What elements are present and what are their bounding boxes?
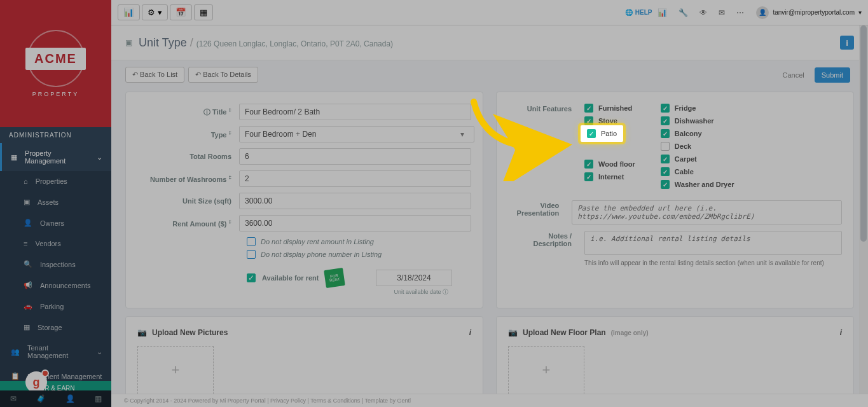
upload-pictures-dropzone[interactable]: + xyxy=(137,346,214,394)
feature-furnished[interactable]: ✓Furnished xyxy=(584,104,635,113)
feature-internet[interactable]: ✓Internet xyxy=(584,172,635,181)
feature-carpet[interactable]: ✓Carpet xyxy=(661,155,734,163)
camera-icon: 📷 xyxy=(137,328,147,337)
nav-label: Property Management xyxy=(25,149,89,165)
content: ↶ Back To List ↶ Back To Details Cancel … xyxy=(111,60,868,407)
feature-wood-floor[interactable]: ✓Wood floor xyxy=(584,160,635,169)
eye-icon[interactable]: 👁 xyxy=(699,8,707,17)
nav-label: Assets xyxy=(38,198,59,206)
wrench-icon[interactable]: 🔧 xyxy=(679,8,688,17)
rooms-input[interactable] xyxy=(239,148,471,165)
available-checkbox[interactable]: ✓ xyxy=(247,273,256,282)
nav-vendors[interactable]: ≡Vendors xyxy=(0,233,111,254)
chevron-down-icon: ▾ xyxy=(858,9,862,16)
notes-input[interactable] xyxy=(584,231,842,255)
highlight-popup: ✓Patio xyxy=(581,125,623,142)
mail-icon[interactable]: ✉ xyxy=(10,394,17,403)
available-date-note: Unit available date ⓘ xyxy=(137,288,448,296)
cancel-button[interactable]: Cancel xyxy=(776,68,811,82)
action-row: ↶ Back To List ↶ Back To Details Cancel … xyxy=(125,67,854,83)
hide-phone-checkbox[interactable] xyxy=(247,250,256,259)
building-icon[interactable]: ▦ xyxy=(95,394,102,403)
size-label: Unit Size (sqft) xyxy=(137,197,239,205)
available-date-input[interactable]: 3/18/2024 xyxy=(376,270,452,286)
user-menu[interactable]: 👤 tanvir@mipropertyportal.com ▾ xyxy=(756,6,862,19)
chevron-down-icon: ⌄ xyxy=(97,348,102,356)
upload-floorplan-panel: 📷Upload New Floor Plan (image only)i + xyxy=(496,316,854,406)
features-panel: Unit Features ✓Furnished ✓Stove ✓Patio ✓… xyxy=(496,92,854,308)
app-badge[interactable]: g xyxy=(25,371,47,393)
scrollbar-thumb[interactable] xyxy=(860,25,867,242)
washrooms-input[interactable] xyxy=(239,170,471,187)
breadcrumb: (126 Queen Longlac, Longlac, Ontario, P0… xyxy=(196,39,393,48)
info-button[interactable]: i xyxy=(840,36,854,50)
page-header: ▣ Unit Type / (126 Queen Longlac, Longla… xyxy=(111,25,868,60)
briefcase-icon[interactable]: 🧳 xyxy=(36,394,46,403)
nav-label: Storage xyxy=(38,324,62,331)
back-to-list-button[interactable]: ↶ Back To List xyxy=(125,67,184,83)
upload-pics-title: Upload New Pictures xyxy=(152,328,228,337)
stats-icon[interactable]: 📊 xyxy=(658,8,667,17)
feature-microwave[interactable]: ✓Patio xyxy=(584,129,635,141)
nav-parking[interactable]: 🚗Parking xyxy=(0,296,111,317)
video-input[interactable] xyxy=(572,200,842,224)
box-icon: ▦ xyxy=(24,323,30,331)
title-label: ⓘ Title ‡ xyxy=(137,107,239,117)
cube-icon: ▣ xyxy=(24,198,30,206)
available-label: Available for rent xyxy=(262,274,319,282)
feature-washer-dryer[interactable]: ✓Washer and Dryer xyxy=(661,180,734,189)
chevron-down-icon: ⌄ xyxy=(97,153,102,162)
notes-hint: This info will appear in the rental list… xyxy=(584,259,842,266)
nav-announcements[interactable]: 📢Announcements xyxy=(0,275,111,296)
list-icon: ▦ xyxy=(11,153,17,162)
nav-label: Announcements xyxy=(40,282,91,289)
upload-floorplan-dropzone[interactable]: + xyxy=(508,346,584,394)
info-icon[interactable]: i xyxy=(469,328,471,337)
hide-rent-checkbox[interactable] xyxy=(247,237,256,246)
calculator-button[interactable]: ▦ xyxy=(194,4,213,20)
users-icon: 👥 xyxy=(11,348,20,356)
nav-property-management[interactable]: ▦Property Management⌄ xyxy=(0,143,111,171)
nav-tenant-management[interactable]: 👥Tenant Management⌄ xyxy=(0,338,111,366)
home-icon: ⌂ xyxy=(24,177,28,185)
list-icon: ≡ xyxy=(24,240,27,247)
rent-input[interactable] xyxy=(239,215,471,231)
nav-storage[interactable]: ▦Storage xyxy=(0,317,111,338)
features-right-list: ✓Fridge ✓Dishwasher ✓Balcony Deck ✓Carpe… xyxy=(661,104,734,189)
topbar: 📊 ⚙ ▾ 📅 ▦ 🌐HELP 📊 🔧 👁 ✉ ⋯ 👤 tanvir@mipro… xyxy=(111,0,868,25)
info-icon[interactable]: i xyxy=(840,328,842,337)
nav-inspections[interactable]: 🔍Inspections xyxy=(0,254,111,275)
rent-label: Rent Amount ($) ‡ xyxy=(137,219,239,228)
upload-floor-note: (image only) xyxy=(611,329,649,336)
feature-deck[interactable]: Deck xyxy=(661,142,734,151)
type-select[interactable]: Four Bedroom + Den xyxy=(239,126,474,142)
dashboard-button[interactable]: 📊 xyxy=(118,4,140,20)
feature-balcony[interactable]: ✓Balcony xyxy=(661,129,734,138)
size-input[interactable] xyxy=(239,193,471,209)
nav-assets[interactable]: ▣Assets xyxy=(0,191,111,212)
feature-dishwasher[interactable]: ✓Dishwasher xyxy=(661,116,734,125)
hide-phone-label: Do not display phone number in Listing xyxy=(261,251,382,258)
back-to-details-button[interactable]: ↶ Back To Details xyxy=(188,67,258,83)
mail-icon[interactable]: ✉ xyxy=(719,8,725,17)
hide-rent-label: Do not display rent amount in Listing xyxy=(261,238,374,245)
nav-label: Owners xyxy=(40,219,64,227)
settings-dropdown-button[interactable]: ⚙ ▾ xyxy=(142,4,168,20)
user-icon[interactable]: 👤 xyxy=(65,394,75,403)
nav-owners[interactable]: 👤Owners xyxy=(0,212,111,233)
feature-stove[interactable]: ✓Stove xyxy=(584,116,635,125)
submit-button[interactable]: Submit xyxy=(815,67,850,83)
feature-fridge[interactable]: ✓Fridge xyxy=(661,104,734,113)
sidebar-bottom-icons: ✉ 🧳 👤 ▦ xyxy=(0,390,111,407)
nav-properties[interactable]: ⌂Properties xyxy=(0,171,111,191)
calendar-button[interactable]: 📅 xyxy=(170,4,192,20)
search-icon: 🔍 xyxy=(24,260,32,268)
nav-label: Tenant Management xyxy=(27,344,89,359)
type-label: Type ‡ xyxy=(137,130,239,139)
title-input[interactable] xyxy=(239,104,471,120)
feature-cable[interactable]: ✓Cable xyxy=(661,167,734,176)
more-icon[interactable]: ⋯ xyxy=(736,8,744,17)
logo-main: ACME xyxy=(25,48,86,70)
help-link[interactable]: 🌐HELP xyxy=(625,9,652,16)
main-area: 📊 ⚙ ▾ 📅 ▦ 🌐HELP 📊 🔧 👁 ✉ ⋯ 👤 tanvir@mipro… xyxy=(111,0,868,407)
